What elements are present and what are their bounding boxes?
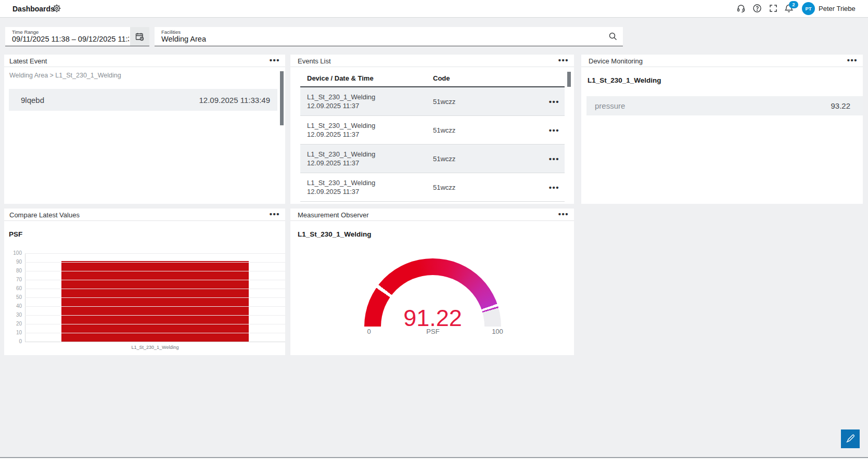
column-header-code: Code bbox=[433, 74, 450, 82]
latest-event-row[interactable]: 9lqebd 12.09.2025 11:33:49 bbox=[9, 89, 277, 111]
column-header-device: Device / Date & Time bbox=[300, 74, 433, 82]
card-title: Device Monitoring bbox=[589, 57, 643, 65]
pencil-icon bbox=[845, 434, 856, 444]
events-table: Device / Date & Time Code L1_St_230_1_We… bbox=[300, 70, 565, 202]
y-tick-label: 50 bbox=[4, 294, 22, 300]
y-tick-label: 90 bbox=[4, 259, 22, 265]
table-row[interactable]: L1_St_230_1_Welding 12.09.2025 11:37 51w… bbox=[300, 87, 565, 116]
gridline bbox=[25, 342, 285, 342]
row-device-cell: L1_St_230_1_Welding 12.09.2025 11:37 bbox=[300, 150, 433, 167]
measurement-observer-card: Measurement Observer ••• L1_St_230_1_Wel… bbox=[290, 209, 574, 355]
table-row[interactable]: L1_St_230_1_Welding 12.09.2025 11:37 51w… bbox=[300, 173, 565, 202]
y-tick-label: 100 bbox=[4, 250, 22, 256]
card-title: Measurement Observer bbox=[298, 211, 369, 219]
row-menu-button[interactable]: ••• bbox=[549, 97, 565, 106]
gridline bbox=[25, 289, 285, 289]
y-tick-label: 10 bbox=[4, 330, 22, 335]
time-range-input[interactable]: Time Range 09/11/2025 11:38 – 09/12/2025… bbox=[5, 27, 149, 46]
row-menu-button[interactable]: ••• bbox=[549, 183, 565, 192]
device-monitoring-card: Device Monitoring ••• L1_St_230_1_Weldin… bbox=[581, 55, 863, 204]
row-device-cell: L1_St_230_1_Welding 12.09.2025 11:37 bbox=[300, 121, 433, 139]
calendar-icon bbox=[135, 32, 145, 42]
gridline bbox=[25, 297, 285, 298]
card-menu-button[interactable]: ••• bbox=[847, 56, 858, 64]
row-menu-button[interactable]: ••• bbox=[549, 154, 565, 163]
x-axis-label: L1_St_230_1_Welding bbox=[25, 345, 285, 350]
event-datetime: 12.09.2025 11:37 bbox=[307, 159, 433, 167]
event-device: L1_St_230_1_Welding bbox=[307, 178, 433, 187]
y-tick-label: 80 bbox=[4, 268, 22, 273]
scrollbar-thumb[interactable] bbox=[280, 71, 284, 125]
gauge-min-label: 0 bbox=[359, 328, 379, 335]
gridline bbox=[25, 253, 285, 254]
gridline bbox=[25, 280, 285, 280]
breadcrumb: Welding Area > L1_St_230_1_Welding bbox=[9, 72, 121, 79]
card-header: Events List ••• bbox=[290, 55, 574, 67]
y-tick-label: 20 bbox=[4, 321, 22, 327]
settings-button[interactable] bbox=[52, 4, 61, 15]
metric-value: 93.22 bbox=[831, 101, 850, 110]
top-bar: Dashboards bbox=[0, 0, 868, 18]
calendar-button[interactable] bbox=[130, 27, 149, 46]
metric-name: pressure bbox=[595, 101, 625, 110]
bar-plot bbox=[25, 253, 285, 342]
series-label: PSF bbox=[9, 230, 22, 238]
card-menu-button[interactable]: ••• bbox=[558, 210, 569, 218]
table-header: Device / Date & Time Code bbox=[300, 70, 565, 87]
event-code: 51wczz bbox=[433, 155, 549, 163]
y-tick-label: 30 bbox=[4, 312, 22, 318]
event-datetime: 12.09.2025 11:37 bbox=[307, 101, 433, 110]
support-button[interactable] bbox=[736, 4, 746, 15]
event-datetime: 12.09.2025 11:37 bbox=[307, 130, 433, 139]
table-row[interactable]: L1_St_230_1_Welding 12.09.2025 11:37 51w… bbox=[300, 116, 565, 145]
time-range-label: Time Range bbox=[12, 29, 39, 35]
gauge-max-label: 100 bbox=[487, 328, 508, 335]
gauge-unit-label: PSF bbox=[417, 328, 449, 335]
card-menu-button[interactable]: ••• bbox=[270, 210, 280, 218]
card-header: Compare Latest Values ••• bbox=[4, 209, 285, 221]
time-range-value: 09/11/2025 11:38 – 09/12/2025 11:38 bbox=[12, 35, 129, 43]
row-menu-button[interactable]: ••• bbox=[549, 126, 565, 135]
search-icon[interactable] bbox=[608, 32, 618, 41]
event-code: 51wczz bbox=[433, 98, 549, 106]
card-title: Events List bbox=[298, 57, 331, 65]
event-device: L1_St_230_1_Welding bbox=[307, 93, 433, 101]
gridline bbox=[25, 306, 285, 307]
gear-icon bbox=[52, 4, 61, 13]
gridline bbox=[25, 271, 285, 271]
card-header: Measurement Observer ••• bbox=[290, 209, 574, 221]
device-name: L1_St_230_1_Welding bbox=[588, 76, 661, 84]
events-list-card: Events List ••• Device / Date & Time Cod… bbox=[290, 55, 574, 204]
event-code: 9lqebd bbox=[21, 96, 44, 105]
notification-badge: 2 bbox=[789, 1, 798, 8]
facilities-label: Facilities bbox=[161, 29, 181, 35]
facilities-input[interactable]: Facilities Welding Area bbox=[155, 27, 623, 46]
device-name: L1_St_230_1_Welding bbox=[298, 230, 372, 238]
card-menu-button[interactable]: ••• bbox=[270, 56, 280, 64]
y-tick-label: 70 bbox=[4, 277, 22, 282]
scrollbar-thumb[interactable] bbox=[567, 72, 571, 87]
card-header: Device Monitoring ••• bbox=[581, 55, 863, 67]
help-icon bbox=[752, 4, 762, 13]
y-tick-label: 40 bbox=[4, 303, 22, 309]
bar-l1-st-230-1-welding bbox=[61, 261, 249, 342]
gridline bbox=[25, 315, 285, 316]
help-button[interactable] bbox=[752, 4, 762, 15]
event-device: L1_St_230_1_Welding bbox=[307, 150, 433, 159]
event-code: 51wczz bbox=[433, 126, 549, 134]
event-device: L1_St_230_1_Welding bbox=[307, 121, 433, 130]
gauge-value: 91.22 bbox=[364, 306, 501, 330]
gridline bbox=[25, 333, 285, 333]
row-device-cell: L1_St_230_1_Welding 12.09.2025 11:37 bbox=[300, 178, 433, 196]
card-menu-button[interactable]: ••• bbox=[558, 56, 569, 64]
edit-dashboard-button[interactable] bbox=[841, 429, 860, 448]
table-row[interactable]: L1_St_230_1_Welding 12.09.2025 11:37 51w… bbox=[300, 145, 565, 173]
fullscreen-button[interactable] bbox=[769, 4, 778, 15]
card-title: Compare Latest Values bbox=[9, 211, 80, 219]
y-tick-label: 0 bbox=[4, 338, 22, 344]
metric-row[interactable]: pressure 93.22 bbox=[586, 96, 863, 115]
avatar[interactable]: PT bbox=[802, 2, 815, 15]
user-name[interactable]: Peter Triebe bbox=[819, 5, 856, 12]
latest-event-card: Latest Event ••• Welding Area > L1_St_23… bbox=[4, 55, 285, 204]
y-tick-label: 60 bbox=[4, 285, 22, 291]
